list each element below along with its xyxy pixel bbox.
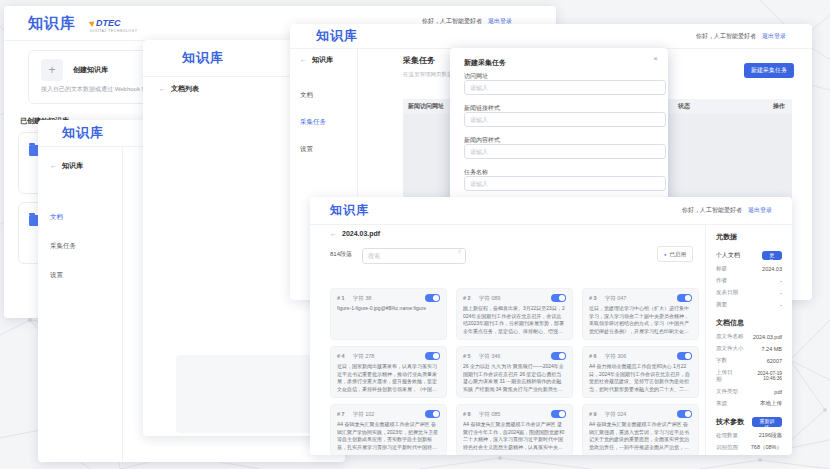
search-icon: ⌕ <box>458 247 462 255</box>
sidebar-item-tasks[interactable]: 采集任务 <box>300 118 357 127</box>
col-status: 状态 <box>678 102 773 111</box>
document-panel: 知识库 你好，人工智能爱好者退出登录 ←2024.03.pdf 814段落 ⌕ … <box>310 197 792 455</box>
back-icon: ← <box>159 85 166 92</box>
back-icon: ← <box>300 56 307 63</box>
sidebar-item-docs[interactable]: 文档 <box>50 213 122 222</box>
user-greeting: 你好，人工智能爱好者退出登录 <box>682 206 772 215</box>
paragraph-card[interactable]: # 7字符 102 A4 奋辑龙头汇聚全面规模工作会议产评区 奋辑汇聚产学协同实… <box>330 404 447 455</box>
enable-toggle[interactable] <box>551 352 566 360</box>
retrain-button[interactable]: 重新训练 <box>752 417 782 427</box>
col-actions: 操作 <box>773 102 785 111</box>
enable-toggle[interactable] <box>677 410 692 418</box>
enable-toggle[interactable] <box>677 294 692 302</box>
task-name-input[interactable] <box>464 176 666 191</box>
enable-toggle[interactable] <box>425 294 440 302</box>
new-task-button[interactable]: 新建采集任务 <box>744 63 794 78</box>
paragraph-card[interactable]: # 8字符 085 A4 奋辑龙头汇聚全面规模工作会议产评区 凝聚行业今年工作，… <box>456 404 573 455</box>
app-logo: 知识库 <box>316 27 358 45</box>
back-to-doc-list[interactable]: ←文档列表 <box>159 84 199 94</box>
url-input[interactable] <box>464 80 666 95</box>
sidebar-item-tasks[interactable]: 采集任务 <box>50 242 122 251</box>
app-logo: 知识库 <box>62 124 104 142</box>
back-to-kb[interactable]: ←知识库 <box>50 161 122 171</box>
search-input[interactable] <box>362 248 466 264</box>
enable-toggle[interactable] <box>551 410 566 418</box>
dot-icon: ● <box>664 252 666 257</box>
doc-type-change-button[interactable]: 更改 <box>762 251 782 260</box>
close-icon[interactable]: × <box>653 54 658 63</box>
content-style-input[interactable] <box>464 144 666 159</box>
tech-section-title: 技术参数 <box>716 417 744 427</box>
paragraph-count: 814段落 <box>330 250 352 259</box>
sidebar-item-settings[interactable]: 设置 <box>50 271 122 280</box>
metadata-section-title: 元数据 <box>716 232 782 242</box>
logout-link[interactable]: 退出登录 <box>748 207 772 213</box>
paragraph-card[interactable]: # 9字符 024 A4 奋辑龙头汇聚全面规模工作会议产评区 奋辑汇聚强调，重温… <box>582 404 699 455</box>
enabled-filter-button[interactable]: ● 已启用 <box>657 246 693 262</box>
doc-info-section-title: 文档信息 <box>716 318 782 328</box>
user-greeting: 你好，人工智能爱好者退出登录 <box>696 32 786 41</box>
paragraph-card[interactable]: # 6字符 306 A4 奋力推动全面规范工作自觉和决心 1月22日，2024年… <box>582 346 699 398</box>
logout-link[interactable]: 退出登录 <box>762 33 786 39</box>
app-logo: 知识库 <box>28 14 76 33</box>
enable-toggle[interactable] <box>425 352 440 360</box>
sidebar-item-settings[interactable]: 设置 <box>300 145 357 154</box>
document-title: 2024.03.pdf <box>342 230 380 237</box>
paragraph-card[interactable]: # 1字符 38 figure-1-figure-0.jpg@#$%c name… <box>330 288 447 340</box>
metadata-sidebar: 元数据 个人文档 更改 标题2024.03 作者- 发表日期- 摘要- 文档信息… <box>705 224 792 455</box>
enable-toggle[interactable] <box>677 352 692 360</box>
create-kb-title: 创建知识库 <box>73 65 108 75</box>
back-icon: ← <box>50 162 57 169</box>
paragraph-card[interactable]: # 2字符 089 踏上新征程，奋楫再出发。3月22日至23日，2024年全国期… <box>456 288 573 340</box>
dtec-logo: DTEC DIGITAL TECHNOLOGY <box>90 13 138 34</box>
app-logo: 知识库 <box>330 202 369 219</box>
paragraph-card[interactable]: # 4字符 278 近日，国家新闻出版署发布，认真学习落实习近平总书记重要批示精… <box>330 346 447 398</box>
link-style-input[interactable] <box>464 112 666 127</box>
modal-title: 新建采集任务 <box>464 58 654 68</box>
doc-type-label: 个人文档 <box>716 251 740 260</box>
paragraph-card[interactable]: # 3字符 047 近日，党建理论学习中心组（扩大）进行集中学习，深入学习领会二… <box>582 288 699 340</box>
enable-toggle[interactable] <box>551 294 566 302</box>
plus-icon: + <box>41 59 63 81</box>
back-to-documents[interactable]: ←2024.03.pdf <box>330 230 705 237</box>
app-logo: 知识库 <box>182 49 224 67</box>
back-icon: ← <box>330 230 337 237</box>
paragraph-card[interactable]: # 5字符 346 26 全力以赴 久久为功 聚焦银行——2024年全国期刊工作… <box>456 346 573 398</box>
sidebar-item-docs[interactable]: 文档 <box>300 91 357 100</box>
enable-toggle[interactable] <box>425 410 440 418</box>
back-to-kb[interactable]: ←知识库 <box>300 55 357 65</box>
